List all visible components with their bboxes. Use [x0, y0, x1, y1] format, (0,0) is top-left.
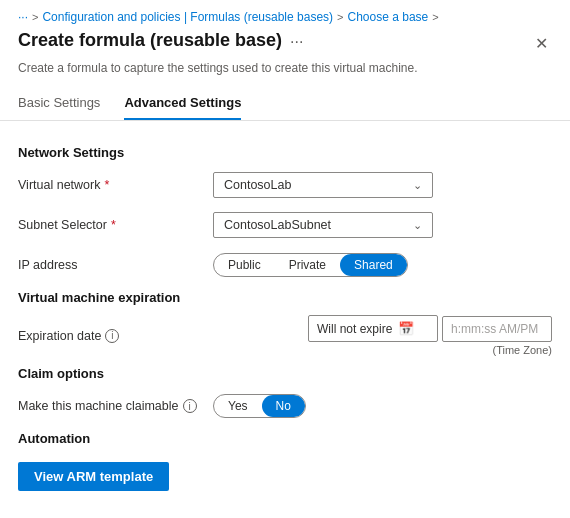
claimable-no[interactable]: No — [262, 395, 305, 417]
breadcrumb-dots: ··· — [18, 10, 28, 24]
required-star-vnet: * — [104, 178, 109, 192]
breadcrumb-sep-2: > — [337, 11, 343, 23]
virtual-network-label: Virtual network * — [18, 178, 213, 192]
virtual-network-row: Virtual network * ContosoLab ⌄ — [18, 170, 552, 200]
network-settings-title: Network Settings — [18, 145, 552, 160]
panel-menu-dots[interactable]: ··· — [290, 33, 303, 51]
breadcrumb: ··· > Configuration and policies | Formu… — [0, 0, 570, 30]
ip-control: Public Private Shared — [213, 253, 552, 277]
expiry-date-value: Will not expire — [317, 322, 392, 336]
ip-option-public[interactable]: Public — [214, 254, 275, 276]
calendar-icon: 📅 — [398, 321, 414, 336]
ip-option-private[interactable]: Private — [275, 254, 340, 276]
breadcrumb-link-choose-base[interactable]: Choose a base — [348, 10, 429, 24]
claimable-toggle-group: Yes No — [213, 394, 306, 418]
claimable-label: Make this machine claimable i — [18, 399, 213, 413]
timezone-hint: (Time Zone) — [493, 344, 553, 356]
expiry-date-input[interactable]: Will not expire 📅 — [308, 315, 438, 342]
tab-basic[interactable]: Basic Settings — [18, 87, 100, 120]
breadcrumb-link-formulas[interactable]: Configuration and policies | Formulas (r… — [42, 10, 333, 24]
tab-advanced[interactable]: Advanced Settings — [124, 87, 241, 120]
expiry-date-row: Expiration date i Will not expire 📅 h:mm… — [18, 315, 552, 356]
required-star-subnet: * — [111, 218, 116, 232]
claimable-control: Yes No — [213, 394, 552, 418]
ip-address-row: IP address Public Private Shared — [18, 250, 552, 280]
panel-header: Create formula (reusable base) ··· ✕ — [0, 30, 570, 57]
subnet-row: Subnet Selector * ContosoLabSubnet ⌄ — [18, 210, 552, 240]
expiry-info-icon[interactable]: i — [105, 329, 119, 343]
breadcrumb-sep-3: > — [432, 11, 438, 23]
content-area: Network Settings Virtual network * Conto… — [0, 121, 570, 501]
ip-option-shared[interactable]: Shared — [340, 254, 407, 276]
ip-toggle-group: Public Private Shared — [213, 253, 408, 277]
page-title: Create formula (reusable base) — [18, 30, 282, 51]
tab-bar: Basic Settings Advanced Settings — [0, 87, 570, 121]
view-arm-button[interactable]: View ARM template — [18, 462, 169, 491]
virtual-network-dropdown[interactable]: ContosoLab ⌄ — [213, 172, 433, 198]
subnet-chevron-icon: ⌄ — [413, 219, 422, 232]
virtual-network-control: ContosoLab ⌄ — [213, 172, 552, 198]
automation-title: Automation — [18, 431, 552, 446]
vnet-chevron-icon: ⌄ — [413, 179, 422, 192]
subnet-control: ContosoLabSubnet ⌄ — [213, 212, 552, 238]
claimable-row: Make this machine claimable i Yes No — [18, 391, 552, 421]
claimable-info-icon[interactable]: i — [183, 399, 197, 413]
breadcrumb-sep-1: > — [32, 11, 38, 23]
subnet-value: ContosoLabSubnet — [224, 218, 331, 232]
ip-label: IP address — [18, 258, 213, 272]
close-button[interactable]: ✕ — [531, 32, 552, 55]
claim-options-title: Claim options — [18, 366, 552, 381]
subnet-dropdown[interactable]: ContosoLabSubnet ⌄ — [213, 212, 433, 238]
vm-expiry-title: Virtual machine expiration — [18, 290, 552, 305]
panel-subtitle: Create a formula to capture the settings… — [0, 57, 570, 87]
expiry-time-input[interactable]: h:mm:ss AM/PM — [442, 316, 552, 342]
expiry-time-placeholder: h:mm:ss AM/PM — [451, 322, 538, 336]
subnet-label: Subnet Selector * — [18, 218, 213, 232]
virtual-network-value: ContosoLab — [224, 178, 291, 192]
expiry-date-control: Will not expire 📅 h:mm:ss AM/PM (Time Zo… — [213, 315, 552, 356]
expiry-date-label: Expiration date i — [18, 329, 213, 343]
claimable-yes[interactable]: Yes — [214, 395, 262, 417]
